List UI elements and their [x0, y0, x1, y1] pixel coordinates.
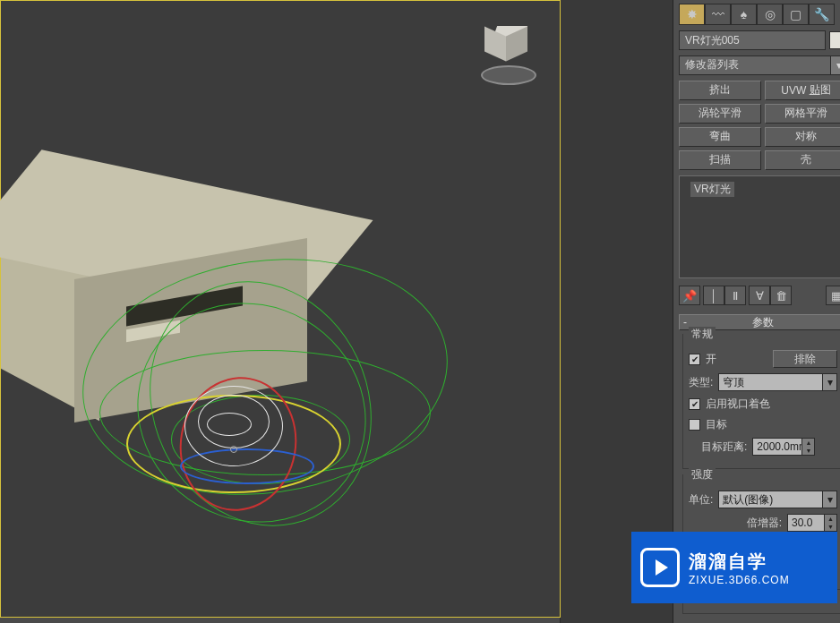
mod-symmetry-button[interactable]: 对称 [765, 127, 840, 147]
type-value: 穹顶 [723, 375, 744, 390]
unit-dropdown[interactable]: 默认(图像) ▾ [718, 491, 837, 508]
chevron-down-icon: ▾ [822, 374, 836, 390]
on-label: 开 [706, 352, 716, 367]
mod-shell-button[interactable]: 壳 [765, 150, 840, 170]
rollup-params-title: 参数 [752, 315, 774, 330]
watermark-sub: ZIXUE.3D66.COM [689, 574, 790, 586]
mod-meshsmooth-button[interactable]: 网格平滑 [765, 104, 840, 124]
object-name-input[interactable] [679, 30, 826, 50]
tab-hierarchy-icon[interactable]: ♠ [731, 4, 757, 25]
gizmo-ring-white[interactable] [207, 413, 252, 436]
modifier-buttons: 挤出 UVW 贴图 涡轮平滑 网格平滑 弯曲 对称 扫描 壳 [679, 81, 840, 170]
gizmo-center[interactable] [230, 446, 237, 453]
minus-icon: - [683, 316, 687, 329]
type-label: 类型: [689, 375, 713, 390]
group-general: 常规 ✔ 开 排除 类型: 穹顶 ▾ [682, 334, 840, 469]
target-dist-spinner[interactable]: 2000.0mn ▲▼ [752, 438, 815, 456]
tab-motion-icon[interactable]: ◎ [757, 4, 783, 25]
target-checkbox[interactable] [689, 419, 700, 431]
exclude-button[interactable]: 排除 [773, 350, 837, 368]
configure-sets-icon[interactable]: ▦ [826, 286, 840, 305]
viewport[interactable] [0, 0, 561, 618]
target-dist-label: 目标距离: [701, 440, 747, 455]
mod-turbosmooth-button[interactable]: 涡轮平滑 [679, 104, 761, 124]
spinner-up-icon[interactable]: ▲ [824, 515, 836, 523]
mod-extrude-button[interactable]: 挤出 [679, 81, 761, 100]
target-dist-value: 2000.0mn [757, 440, 804, 453]
remove-modifier-icon[interactable]: ∀ [749, 286, 770, 305]
spinner-down-icon[interactable]: ▼ [824, 523, 836, 531]
tab-display-icon[interactable]: ▢ [783, 4, 809, 25]
chevron-down-icon: ▾ [830, 56, 840, 74]
delete-icon[interactable]: 🗑 [770, 286, 792, 305]
viewport-wrap [0, 0, 561, 623]
object-color-swatch[interactable] [829, 31, 840, 49]
modifier-list-label: 修改器列表 [685, 57, 739, 73]
group-intensity-title: 强度 [689, 467, 716, 482]
spinner-down-icon[interactable]: ▼ [801, 447, 814, 455]
watermark-title: 溜溜自学 [689, 550, 790, 574]
target-label: 目标 [706, 417, 727, 432]
command-panel: ✸ 〰 ♠ ◎ ▢ 🔧 修改器列表 ▾ 挤出 UVW 贴图 涡轮平滑 网格平滑 … [673, 0, 840, 623]
mod-uvw-button[interactable]: UVW 贴图 [765, 81, 840, 100]
viewport-shade-label: 启用视口着色 [706, 397, 770, 412]
multiplier-spinner[interactable]: 30.0 ▲▼ [787, 514, 837, 532]
tab-modify-icon[interactable]: 〰 [705, 4, 731, 25]
tab-utilities-icon[interactable]: 🔧 [809, 4, 835, 25]
panel-tabs: ✸ 〰 ♠ ◎ ▢ 🔧 [679, 4, 840, 25]
play-icon [640, 548, 680, 587]
show-end-result-icon[interactable]: │ [703, 286, 724, 305]
stack-toolbar: 📌 │ Ⅱ ∀ 🗑 ▦ [679, 286, 840, 305]
type-dropdown[interactable]: 穹顶 ▾ [718, 373, 837, 391]
unit-value: 默认(图像) [723, 492, 773, 508]
stack-item-vrlight[interactable]: VR灯光 [690, 182, 734, 197]
viewport-gutter [561, 0, 673, 623]
unit-label: 单位: [689, 492, 713, 508]
modifier-list-dropdown[interactable]: 修改器列表 ▾ [679, 55, 840, 75]
on-checkbox[interactable]: ✔ [689, 354, 700, 365]
viewcube[interactable] [468, 13, 549, 94]
viewport-shade-checkbox[interactable]: ✔ [689, 398, 700, 410]
chevron-down-icon: ▾ [822, 491, 836, 508]
pin-stack-icon[interactable]: 📌 [679, 286, 700, 305]
modifier-stack[interactable]: VR灯光 [679, 175, 840, 278]
spinner-up-icon[interactable]: ▲ [801, 439, 814, 447]
make-unique-icon[interactable]: Ⅱ [724, 286, 746, 305]
tab-create-icon[interactable]: ✸ [679, 4, 705, 25]
mod-bend-button[interactable]: 弯曲 [679, 127, 761, 147]
mod-sweep-button[interactable]: 扫描 [679, 150, 761, 170]
multiplier-value: 30.0 [792, 516, 812, 529]
watermark: 溜溜自学 ZIXUE.3D66.COM [631, 532, 837, 603]
multiplier-label: 倍增器: [747, 516, 782, 531]
group-general-title: 常规 [689, 327, 716, 342]
